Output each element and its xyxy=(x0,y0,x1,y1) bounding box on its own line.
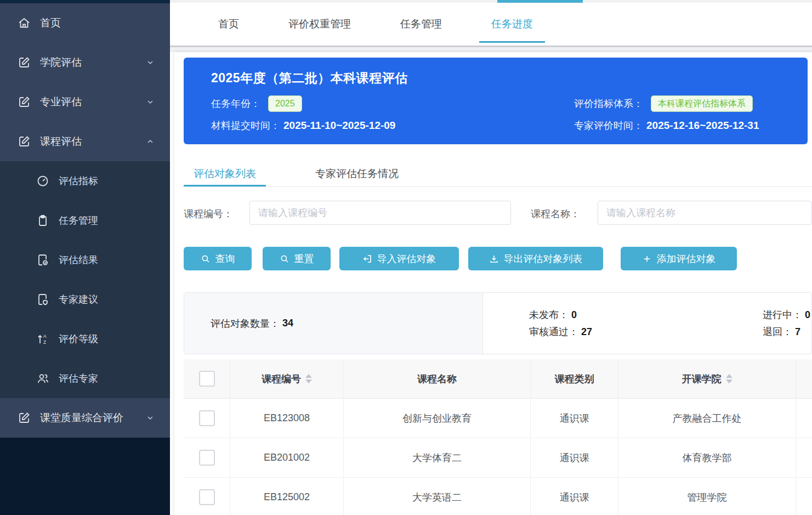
sidebar-item-home[interactable]: 首页 xyxy=(0,3,170,43)
cell-extra xyxy=(796,478,812,515)
sidebar: 首页 学院评估 专业评估 课程评估 评估指标 xyxy=(0,0,170,515)
row-checkbox[interactable] xyxy=(199,489,215,505)
indicator-system-badge: 本科课程评估指标体系 xyxy=(651,95,753,112)
cell-extra xyxy=(796,399,812,438)
sort-az-icon: AZ xyxy=(36,332,49,346)
add-eval-object-button[interactable]: 添加评估对象 xyxy=(621,247,737,270)
sidebar-item-eval-experts[interactable]: 评估专家 xyxy=(0,359,170,398)
stat-approved: 审核通过：27 xyxy=(529,325,592,338)
sidebar-item-course-eval[interactable]: 课程评估 xyxy=(0,122,170,161)
subtab-eval-object-list[interactable]: 评估对象列表 xyxy=(184,162,266,186)
cell-course-type: 通识课 xyxy=(531,438,618,477)
top-tab-bar: 首页 评价权重管理 任务管理 任务进度 xyxy=(170,3,812,46)
cell-college: 体育教学部 xyxy=(618,438,796,477)
course-code-label: 课程编号： xyxy=(184,207,233,220)
sidebar-item-eval-indicators[interactable]: 评估指标 xyxy=(0,161,170,201)
table-row: EB201002 大学体育二 通识课 体育教学部 xyxy=(184,438,812,478)
document-check-icon xyxy=(36,253,49,267)
clipboard-icon xyxy=(36,214,49,227)
cell-course-name: 大学英语二 xyxy=(344,478,531,515)
edit-icon xyxy=(18,411,31,425)
export-eval-object-list-button[interactable]: 导出评估对象列表 xyxy=(468,247,603,270)
stat-unpublished: 未发布：0 xyxy=(529,308,592,321)
column-header-course-code[interactable]: 课程编号 xyxy=(230,359,344,398)
indicator-system-field: 评价指标体系： 本科课程评估指标体系 xyxy=(574,95,808,112)
cell-course-code: EB123008 xyxy=(230,399,344,438)
eval-object-count-value: 34 xyxy=(282,318,293,329)
chevron-down-icon xyxy=(146,58,155,67)
sort-icon[interactable] xyxy=(305,374,312,383)
row-checkbox[interactable] xyxy=(199,450,215,466)
sort-icon[interactable] xyxy=(726,374,732,383)
sidebar-item-expert-suggestions[interactable]: 专家建议 xyxy=(0,280,170,319)
expert-time-field: 专家评价时间： 2025-12-16~2025-12-31 xyxy=(574,119,808,132)
column-header-extra xyxy=(796,359,812,398)
cell-course-name: 大学体育二 xyxy=(344,438,531,477)
indicator-system-label: 评价指标体系： xyxy=(574,97,643,110)
sidebar-item-label: 学院评估 xyxy=(40,55,82,70)
task-title: 2025年度（第二批）本科课程评估 xyxy=(211,70,808,87)
sidebar-item-label: 评价等级 xyxy=(59,332,98,346)
cell-course-code: EB125002 xyxy=(230,478,344,515)
stat-returned: 退回：7 xyxy=(763,325,810,338)
sidebar-menu: 首页 学院评估 专业评估 课程评估 xyxy=(0,3,170,161)
eval-object-count-label: 评估对象数量： xyxy=(211,317,280,330)
select-all-checkbox[interactable] xyxy=(199,371,215,387)
sidebar-submenu: 评估指标 任务管理 评估结果 专家建议 AZ 评价等级 评估专家 xyxy=(0,161,170,398)
task-year-label: 任务年份： xyxy=(211,97,260,110)
chevron-down-icon xyxy=(146,414,155,422)
sidebar-item-label: 评估结果 xyxy=(59,253,98,267)
sidebar-item-label: 评估指标 xyxy=(59,174,98,188)
tab-weight-management[interactable]: 评价权重管理 xyxy=(276,7,363,43)
column-header-course-name: 课程名称 xyxy=(344,359,531,398)
reset-button[interactable]: 重置 xyxy=(263,247,331,270)
sidebar-item-major-eval[interactable]: 专业评估 xyxy=(0,82,170,122)
tab-task-progress[interactable]: 任务进度 xyxy=(479,7,545,43)
course-table: 课程编号 课程名称 课程类别 开课学院 EB123008 创新与创业教育 通识课… xyxy=(184,359,812,515)
sidebar-item-rating-levels[interactable]: AZ 评价等级 xyxy=(0,319,170,359)
column-header-course-type: 课程类别 xyxy=(531,359,618,398)
material-time-field: 材料提交时间： 2025-11-10~2025-12-09 xyxy=(211,119,574,132)
course-code-input[interactable] xyxy=(249,201,511,225)
table-header-row: 课程编号 课程名称 课程类别 开课学院 xyxy=(184,359,812,399)
course-name-input[interactable] xyxy=(598,201,812,225)
search-button[interactable]: 查询 xyxy=(184,247,252,270)
task-year-field: 任务年份： 2025 xyxy=(211,95,574,112)
row-checkbox[interactable] xyxy=(199,410,215,426)
table-row: EB123008 创新与创业教育 通识课 产教融合工作处 xyxy=(184,399,812,438)
search-icon xyxy=(280,254,289,264)
plus-icon xyxy=(642,254,652,264)
stats-breakdown: 未发布：0 审核通过：27 进行中：0 退回：7 xyxy=(483,293,811,354)
document-check-icon xyxy=(36,293,49,306)
column-header-college[interactable]: 开课学院 xyxy=(618,359,796,398)
search-icon xyxy=(201,254,211,264)
edit-icon xyxy=(18,135,31,148)
chevron-down-icon xyxy=(146,98,155,106)
cell-course-type: 通识课 xyxy=(531,478,618,515)
cell-extra xyxy=(796,438,812,477)
download-icon xyxy=(489,254,499,264)
import-eval-objects-button[interactable]: 导入评估对象 xyxy=(339,247,459,270)
sidebar-item-college-eval[interactable]: 学院评估 xyxy=(0,43,170,82)
sidebar-item-label: 评估专家 xyxy=(59,372,98,385)
tab-home[interactable]: 首页 xyxy=(206,7,251,43)
table-row: EB125002 大学英语二 通识课 管理学院 xyxy=(184,478,812,515)
sidebar-item-label: 专家建议 xyxy=(59,293,98,306)
sidebar-item-classroom-quality-eval[interactable]: 课堂质量综合评价 xyxy=(0,398,170,438)
sidebar-item-label: 课堂质量综合评价 xyxy=(40,411,123,425)
cell-college: 管理学院 xyxy=(618,478,796,515)
gauge-icon xyxy=(36,174,49,188)
eval-object-count: 评估对象数量： 34 xyxy=(184,293,483,354)
stat-in-progress: 进行中：0 xyxy=(763,308,810,321)
cell-course-code: EB201002 xyxy=(230,438,344,477)
sidebar-item-eval-results[interactable]: 评估结果 xyxy=(0,240,170,280)
stats-panel: 评估对象数量： 34 未发布：0 审核通过：27 进行中：0 退回：7 xyxy=(184,292,812,354)
sidebar-item-task-management[interactable]: 任务管理 xyxy=(0,201,170,240)
content-gap xyxy=(170,47,812,52)
subtab-expert-task-status[interactable]: 专家评估任务情况 xyxy=(305,162,408,186)
task-year-badge: 2025 xyxy=(268,95,302,112)
import-icon xyxy=(362,254,372,264)
edit-icon xyxy=(18,95,31,109)
tab-task-management[interactable]: 任务管理 xyxy=(388,7,454,43)
chevron-up-icon xyxy=(146,137,155,146)
